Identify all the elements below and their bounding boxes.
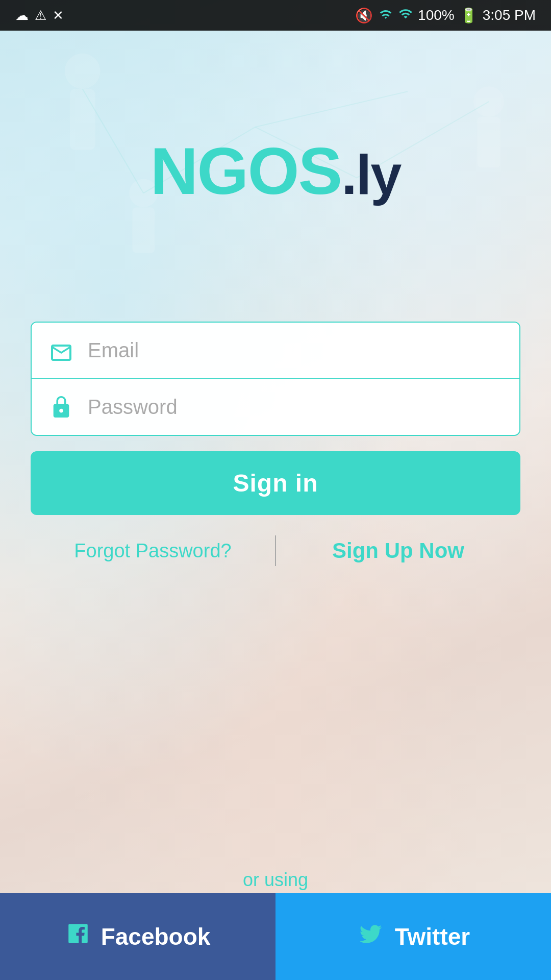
cloud-icon: ☁ <box>15 8 29 23</box>
logo-ly: .ly <box>341 143 400 206</box>
email-icon <box>47 336 75 364</box>
battery-icon: 🔋 <box>460 7 478 24</box>
battery-text: 100% <box>418 7 455 23</box>
or-using-text: or using <box>243 869 308 891</box>
lock-icon <box>47 393 75 421</box>
email-row <box>32 323 519 379</box>
main-content: NGOS.ly <box>0 31 551 980</box>
close-icon: ✕ <box>53 8 64 23</box>
warning-icon: ⚠ <box>35 8 46 23</box>
twitter-icon <box>357 921 385 952</box>
password-input[interactable] <box>88 396 504 419</box>
signin-button[interactable]: Sign in <box>31 451 520 515</box>
links-row: Forgot Password? Sign Up Now <box>31 535 520 566</box>
logo: NGOS.ly <box>150 134 400 208</box>
form-container <box>31 322 520 436</box>
logo-ngos: NGOS <box>150 134 341 208</box>
twitter-label: Twitter <box>395 923 470 950</box>
facebook-label: Facebook <box>101 923 211 950</box>
forgot-password-link[interactable]: Forgot Password? <box>31 540 275 562</box>
status-bar-right: 🔇 100% 🔋 3:05 PM <box>355 7 536 24</box>
logo-container: NGOS.ly <box>150 133 400 209</box>
signup-link[interactable]: Sign Up Now <box>276 538 520 563</box>
facebook-icon <box>65 921 91 952</box>
wifi-icon <box>378 7 393 24</box>
screen: ☁ ⚠ ✕ 🔇 100% 🔋 3:05 PM NGOS.ly <box>0 0 551 980</box>
signal-icon <box>398 7 413 24</box>
mute-icon: 🔇 <box>355 7 373 24</box>
facebook-button[interactable]: Facebook <box>0 893 276 980</box>
email-input[interactable] <box>88 339 504 362</box>
time: 3:05 PM <box>483 7 536 23</box>
social-bar: Facebook Twitter <box>0 893 551 980</box>
status-bar-left: ☁ ⚠ ✕ <box>15 8 64 23</box>
password-row <box>32 379 519 435</box>
status-bar: ☁ ⚠ ✕ 🔇 100% 🔋 3:05 PM <box>0 0 551 31</box>
twitter-button[interactable]: Twitter <box>276 893 551 980</box>
